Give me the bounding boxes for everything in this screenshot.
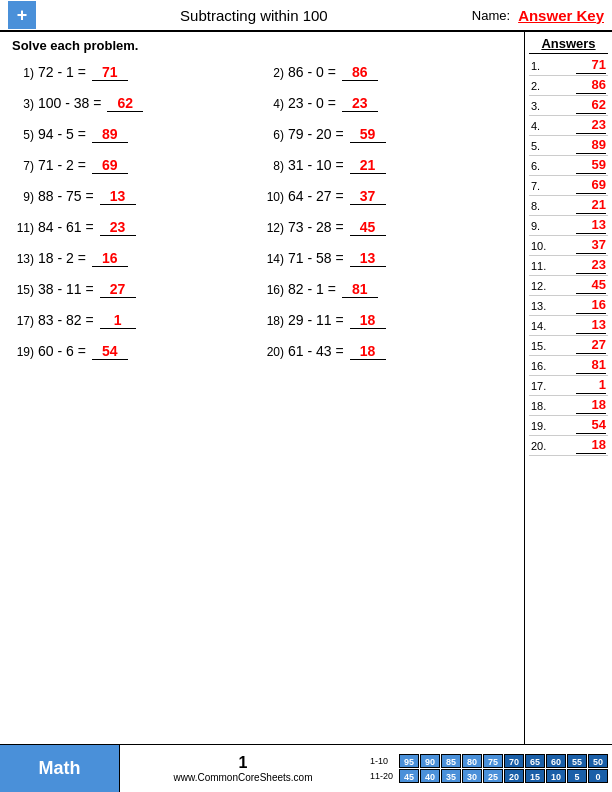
score-cell: 45 [399, 769, 419, 783]
ak-value: 23 [576, 117, 606, 134]
ak-number: 16. [531, 360, 551, 372]
ak-number: 5. [531, 140, 551, 152]
answer-blank: 1 [100, 312, 136, 329]
problem-expression: 86 - 0 = 86 [288, 64, 378, 81]
problem-number: 16) [266, 283, 284, 297]
ak-number: 2. [531, 80, 551, 92]
problem-item: 1)72 - 1 = 71 [12, 57, 262, 88]
problem-item: 9)88 - 75 = 13 [12, 181, 262, 212]
score-cell: 60 [546, 754, 566, 768]
ak-number: 14. [531, 320, 551, 332]
problem-expression: 73 - 28 = 45 [288, 219, 386, 236]
score-row: 11-20454035302520151050 [370, 769, 608, 783]
problem-number: 9) [16, 190, 34, 204]
ak-number: 13. [531, 300, 551, 312]
problem-item: 2)86 - 0 = 86 [262, 57, 512, 88]
ak-value: 13 [576, 217, 606, 234]
problem-item: 7)71 - 2 = 69 [12, 150, 262, 181]
answer-blank: 16 [92, 250, 128, 267]
answer-key-item: 2.86 [529, 76, 608, 96]
problem-number: 4) [266, 97, 284, 111]
problem-number: 7) [16, 159, 34, 173]
problem-item: 16)82 - 1 = 81 [262, 274, 512, 305]
answer-blank: 54 [92, 343, 128, 360]
score-cell: 70 [504, 754, 524, 768]
ak-value: 27 [576, 337, 606, 354]
problem-number: 5) [16, 128, 34, 142]
problem-expression: 31 - 10 = 21 [288, 157, 386, 174]
score-row: 1-1095908580757065605550 [370, 754, 608, 768]
answer-blank: 37 [350, 188, 386, 205]
problem-expression: 84 - 61 = 23 [38, 219, 136, 236]
problem-expression: 71 - 2 = 69 [38, 157, 128, 174]
answer-key-item: 11.23 [529, 256, 608, 276]
answer-blank: 86 [342, 64, 378, 81]
problem-expression: 100 - 38 = 62 [38, 95, 143, 112]
ak-number: 8. [531, 200, 551, 212]
footer-middle: 1 www.CommonCoreSheets.com [120, 745, 366, 792]
score-cell: 15 [525, 769, 545, 783]
score-cell: 65 [525, 754, 545, 768]
ak-value: 18 [576, 397, 606, 414]
ak-number: 19. [531, 420, 551, 432]
answer-blank: 18 [350, 312, 386, 329]
worksheet-title: Subtracting within 100 [36, 7, 472, 24]
problem-number: 13) [16, 252, 34, 266]
score-table: 1-109590858075706560555011-2045403530252… [366, 745, 612, 792]
answer-key-item: 5.89 [529, 136, 608, 156]
answer-blank: 27 [100, 281, 136, 298]
answer-key-item: 13.16 [529, 296, 608, 316]
ak-value: 69 [576, 177, 606, 194]
problem-expression: 61 - 43 = 18 [288, 343, 386, 360]
problem-number: 12) [266, 221, 284, 235]
answer-key-header: Answers [529, 36, 608, 54]
ak-value: 59 [576, 157, 606, 174]
ak-number: 6. [531, 160, 551, 172]
problem-number: 15) [16, 283, 34, 297]
answer-blank: 13 [350, 250, 386, 267]
answer-key-item: 8.21 [529, 196, 608, 216]
answer-blank: 81 [342, 281, 378, 298]
problem-item: 3)100 - 38 = 62 [12, 88, 262, 119]
problem-item: 4)23 - 0 = 23 [262, 88, 512, 119]
problem-expression: 60 - 6 = 54 [38, 343, 128, 360]
problem-number: 6) [266, 128, 284, 142]
score-cell: 0 [588, 769, 608, 783]
score-cell: 95 [399, 754, 419, 768]
answer-key-item: 12.45 [529, 276, 608, 296]
answer-blank: 71 [92, 64, 128, 81]
ak-number: 4. [531, 120, 551, 132]
problem-number: 1) [16, 66, 34, 80]
score-cell: 25 [483, 769, 503, 783]
answer-key-item: 1.71 [529, 56, 608, 76]
score-range-label: 11-20 [370, 771, 398, 781]
ak-number: 20. [531, 440, 551, 452]
problem-expression: 38 - 11 = 27 [38, 281, 136, 298]
problem-expression: 71 - 58 = 13 [288, 250, 386, 267]
ak-value: 16 [576, 297, 606, 314]
main-content: Solve each problem. 1)72 - 1 = 712)86 - … [0, 32, 612, 744]
ak-value: 86 [576, 77, 606, 94]
problem-number: 3) [16, 97, 34, 111]
answer-blank: 23 [342, 95, 378, 112]
answer-blank: 13 [100, 188, 136, 205]
answer-key-item: 4.23 [529, 116, 608, 136]
ak-number: 7. [531, 180, 551, 192]
problem-item: 18)29 - 11 = 18 [262, 305, 512, 336]
score-cell: 90 [420, 754, 440, 768]
footer: Math 1 www.CommonCoreSheets.com 1-109590… [0, 744, 612, 792]
problem-expression: 64 - 27 = 37 [288, 188, 386, 205]
problem-expression: 82 - 1 = 81 [288, 281, 378, 298]
problem-item: 12)73 - 28 = 45 [262, 212, 512, 243]
answer-key-item: 6.59 [529, 156, 608, 176]
answer-blank: 59 [350, 126, 386, 143]
ak-value: 45 [576, 277, 606, 294]
problem-expression: 79 - 20 = 59 [288, 126, 386, 143]
problem-number: 8) [266, 159, 284, 173]
answer-key-item: 3.62 [529, 96, 608, 116]
ak-number: 18. [531, 400, 551, 412]
problem-item: 19)60 - 6 = 54 [12, 336, 262, 367]
problem-number: 19) [16, 345, 34, 359]
problem-number: 11) [16, 221, 34, 235]
answer-blank: 62 [107, 95, 143, 112]
